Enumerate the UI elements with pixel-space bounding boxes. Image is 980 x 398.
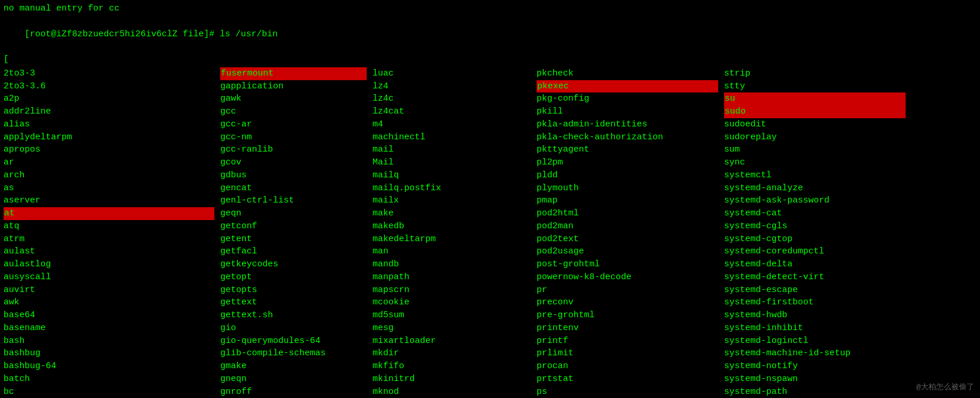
list-item: manpath xyxy=(373,271,531,284)
list-item: systemctl xyxy=(724,169,906,182)
bracket-line: [ xyxy=(4,53,976,66)
list-item: makedb xyxy=(373,220,531,233)
list-item: systemd-coredumpctl xyxy=(724,245,906,258)
list-item: mailq.postfix xyxy=(373,182,531,195)
list-item: md5sum xyxy=(373,309,531,322)
list-item: pkill xyxy=(537,105,718,118)
list-item: lz4cat xyxy=(373,105,531,118)
list-item: gettext xyxy=(220,296,367,309)
list-item: pkg-config xyxy=(537,92,718,105)
list-item: fusermount xyxy=(220,67,367,80)
list-item: pod2usage xyxy=(537,245,718,258)
list-item: sudo xyxy=(724,105,906,118)
list-item: gawk xyxy=(220,92,367,105)
list-item: gapplication xyxy=(220,80,367,93)
list-item: su xyxy=(724,92,906,105)
list-item: Mail xyxy=(373,156,531,169)
list-item: ar xyxy=(4,156,214,169)
columns-container: 2to3-32to3-3.6a2paddr2linealiasapplydelt… xyxy=(4,67,976,398)
list-item: aulastlog xyxy=(4,258,214,271)
list-item: alias xyxy=(4,118,214,131)
list-item: atq xyxy=(4,220,214,233)
list-item: pre-grohtml xyxy=(537,309,718,322)
list-item: getent xyxy=(220,233,367,246)
list-item: strip xyxy=(724,67,906,80)
list-item: pkla-admin-identities xyxy=(537,118,718,131)
list-item: awk xyxy=(4,296,214,309)
list-item: 2to3-3.6 xyxy=(4,80,214,93)
list-item: systemd-firstboot xyxy=(724,296,906,309)
list-item: systemd-path xyxy=(724,386,906,399)
list-item: systemd-ask-password xyxy=(724,194,906,207)
list-item: gneqn xyxy=(220,373,367,386)
column-2: fusermountgapplicationgawkgccgcc-argcc-n… xyxy=(220,67,373,398)
list-item: sum xyxy=(724,143,906,156)
list-item: ps xyxy=(537,386,718,399)
list-item: applydeltarpm xyxy=(4,131,214,144)
list-item: gdbus xyxy=(220,169,367,182)
list-item: base64 xyxy=(4,309,214,322)
list-item: mkfifo xyxy=(373,360,531,373)
list-item: gcov xyxy=(220,156,367,169)
list-item: man xyxy=(373,245,531,258)
list-item: printf xyxy=(537,335,718,348)
list-item: mcookie xyxy=(373,296,531,309)
list-item: systemd-machine-id-setup xyxy=(724,347,906,360)
list-item: auvirt xyxy=(4,284,214,297)
list-item: mkinitrd xyxy=(373,373,531,386)
list-item: sync xyxy=(724,156,906,169)
list-item: gcc-ranlib xyxy=(220,143,367,156)
list-item: batch xyxy=(4,373,214,386)
list-item: mknod xyxy=(373,386,531,399)
watermark: @大柏怎么被偷了 xyxy=(916,382,974,392)
list-item: aulast xyxy=(4,245,214,258)
list-item: mixartloader xyxy=(373,335,531,348)
list-item: make xyxy=(373,207,531,220)
list-item: getconf xyxy=(220,220,367,233)
list-item: systemd-cgls xyxy=(724,220,906,233)
list-item: as xyxy=(4,182,214,195)
list-item: sudoreplay xyxy=(724,131,906,144)
list-item: ausyscall xyxy=(4,271,214,284)
prompt-line: [root@iZf8zbzuedcr5hi26iv6clZ file]# ls … xyxy=(4,15,976,53)
list-item: genl-ctrl-list xyxy=(220,194,367,207)
list-item: pr xyxy=(537,284,718,297)
list-item: pkla-check-authorization xyxy=(537,131,718,144)
list-item: gcc xyxy=(220,105,367,118)
list-item: aserver xyxy=(4,194,214,207)
list-item: bc xyxy=(4,386,214,399)
list-item: mapscrn xyxy=(373,284,531,297)
list-item: mkdir xyxy=(373,347,531,360)
list-item: gio-querymodules-64 xyxy=(220,335,367,348)
list-item: preconv xyxy=(537,296,718,309)
list-item: gencat xyxy=(220,182,367,195)
list-item: systemd-escape xyxy=(724,284,906,297)
list-item: luac xyxy=(373,67,531,80)
list-item: atrm xyxy=(4,233,214,246)
list-item: getopt xyxy=(220,271,367,284)
list-item: geqn xyxy=(220,207,367,220)
list-item: prlimit xyxy=(537,347,718,360)
list-item: plymouth xyxy=(537,182,718,195)
list-item: powernow-k8-decode xyxy=(537,271,718,284)
list-item: mail xyxy=(373,143,531,156)
list-item: gmake xyxy=(220,360,367,373)
list-item: stty xyxy=(724,80,906,93)
list-item: pmap xyxy=(537,194,718,207)
list-item: systemd-inhibit xyxy=(724,322,906,335)
list-item: gcc-nm xyxy=(220,131,367,144)
column-5: stripsttysusudosudoeditsudoreplaysumsync… xyxy=(724,67,911,398)
list-item: systemd-detect-virt xyxy=(724,271,906,284)
list-item: bash xyxy=(4,335,214,348)
list-item: pkcheck xyxy=(537,67,718,80)
list-item: pod2text xyxy=(537,233,718,246)
list-item: pod2man xyxy=(537,220,718,233)
list-item: lz4c xyxy=(373,92,531,105)
list-item: gcc-ar xyxy=(220,118,367,131)
list-item: systemd-nspawn xyxy=(724,373,906,386)
list-item: mandb xyxy=(373,258,531,271)
list-item: apropos xyxy=(4,143,214,156)
column-1: 2to3-32to3-3.6a2paddr2linealiasapplydelt… xyxy=(4,67,220,398)
list-item: basename xyxy=(4,322,214,335)
list-item: bashbug-64 xyxy=(4,360,214,373)
